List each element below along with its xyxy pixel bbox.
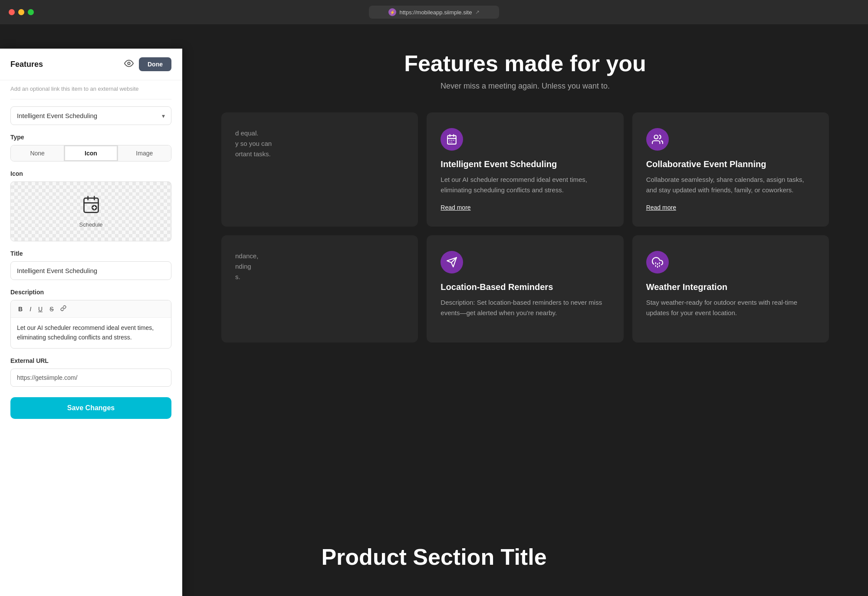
eye-icon[interactable] — [124, 59, 134, 70]
title-input[interactable] — [10, 261, 171, 280]
weather-icon — [646, 251, 669, 273]
location-icon — [441, 251, 463, 273]
description-label: Description — [10, 289, 171, 296]
browser-chrome: ⚡ https://mobileapp.siimple.site ↗ — [0, 0, 868, 24]
features-heading: Features made for you — [404, 50, 646, 76]
intelligent-read-more[interactable]: Read more — [441, 204, 470, 211]
panel-header: Features Done — [0, 49, 182, 80]
icon-preview-symbol — [82, 195, 101, 218]
partial-card-bottom-left: ndance,ndings. — [221, 235, 418, 342]
traffic-light-green[interactable] — [28, 9, 34, 15]
icon-preview[interactable]: Schedule — [10, 181, 171, 241]
url-text: https://mobileapp.siimple.site — [400, 9, 472, 16]
weather-title: Weather Integration — [646, 282, 815, 292]
strikethrough-button[interactable]: S — [47, 304, 56, 314]
link-button[interactable] — [58, 304, 69, 314]
main-content: Features made for you Never miss a meeti… — [0, 24, 868, 596]
dropdown-label: Intelligent Event Scheduling — [17, 112, 97, 119]
feature-card-intelligent: Intelligent Event Scheduling Let our AI … — [427, 112, 623, 227]
features-subheading: Never miss a meeting again. Unless you w… — [441, 82, 610, 91]
collaborative-description: Collaborate seamlessly, share calendars,… — [646, 175, 815, 195]
description-content[interactable]: Let our AI scheduler recommend ideal eve… — [11, 318, 171, 348]
external-url-label: External URL — [10, 357, 171, 364]
feature-card-weather: Weather Integration Stay weather-ready f… — [632, 235, 829, 342]
location-description: Description: Set location-based reminder… — [441, 297, 609, 318]
traffic-light-red[interactable] — [9, 9, 15, 15]
icon-preview-label: Schedule — [79, 221, 102, 228]
partial-text-top-left: d equal.y so you canortant tasks. — [235, 128, 404, 159]
title-field-label: Title — [10, 250, 171, 257]
svg-rect-14 — [84, 198, 98, 212]
intelligent-title: Intelligent Event Scheduling — [441, 159, 609, 169]
italic-button[interactable]: I — [27, 304, 33, 314]
intelligent-description: Let our AI scheduler recommend ideal eve… — [441, 175, 609, 195]
collaborative-title: Collaborative Event Planning — [646, 159, 815, 169]
chevron-down-icon: ▾ — [162, 112, 165, 119]
bold-button[interactable]: B — [16, 304, 25, 314]
description-editor: B I U S Let our AI scheduler recommend i… — [10, 300, 171, 349]
website-preview: Features made for you Never miss a meeti… — [182, 24, 868, 596]
traffic-lights — [9, 9, 34, 15]
type-selector: None Icon Image — [10, 145, 171, 161]
favicon-icon: ⚡ — [388, 8, 396, 16]
location-title: Location-Based Reminders — [441, 282, 609, 292]
panel-title: Features — [10, 60, 43, 69]
underline-button[interactable]: U — [36, 304, 45, 314]
collaborative-read-more[interactable]: Read more — [646, 204, 676, 211]
editor-toolbar: B I U S — [11, 300, 171, 318]
done-button[interactable]: Done — [139, 57, 171, 71]
svg-point-13 — [128, 62, 130, 65]
intelligent-icon — [441, 128, 463, 151]
svg-point-4 — [654, 135, 658, 139]
panel-header-actions: Done — [124, 57, 171, 71]
external-link-icon: ↗ — [475, 9, 480, 15]
external-url-input[interactable] — [10, 369, 171, 387]
address-bar[interactable]: ⚡ https://mobileapp.siimple.site ↗ — [369, 6, 499, 19]
type-option-icon[interactable]: Icon — [64, 145, 118, 161]
save-changes-button[interactable]: Save Changes — [10, 397, 171, 419]
type-option-none[interactable]: None — [11, 145, 64, 161]
collaborative-icon — [646, 128, 669, 151]
features-panel: Features Done Add an optional link this … — [0, 49, 182, 596]
features-grid: d equal.y so you canortant tasks. Intell… — [221, 112, 829, 342]
panel-body: Add an optional link this item to an ext… — [0, 80, 182, 596]
type-option-image[interactable]: Image — [118, 145, 171, 161]
partial-card-top-left: d equal.y so you canortant tasks. — [221, 112, 418, 227]
feature-card-location: Location-Based Reminders Description: Se… — [427, 235, 623, 342]
weather-description: Stay weather-ready for outdoor events wi… — [646, 297, 815, 318]
feature-card-collaborative: Collaborative Event Planning Collaborate… — [632, 112, 829, 227]
type-label: Type — [10, 134, 171, 141]
external-url-hint: Add an optional link this item to an ext… — [10, 80, 171, 99]
traffic-light-yellow[interactable] — [18, 9, 24, 15]
icon-label: Icon — [10, 170, 171, 177]
partial-text-bottom-left: ndance,ndings. — [235, 251, 404, 282]
item-dropdown[interactable]: Intelligent Event Scheduling ▾ — [10, 106, 171, 125]
